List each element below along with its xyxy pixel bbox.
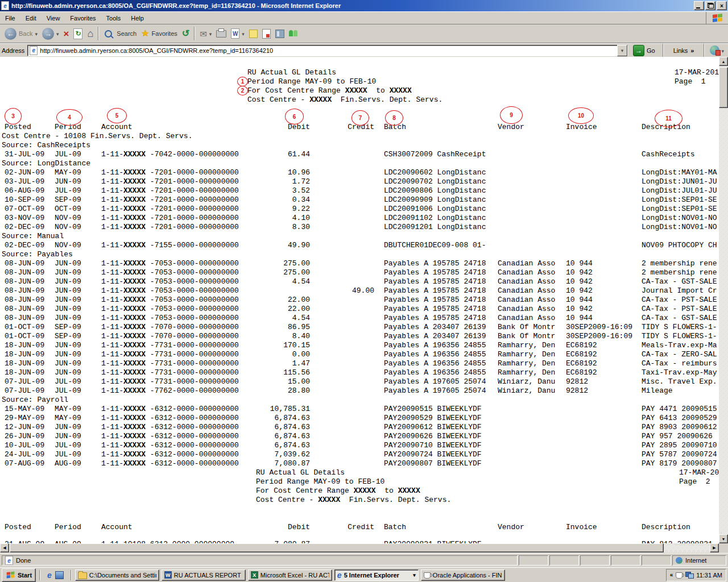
status-pane-empty <box>642 555 671 566</box>
tray-chevron-icon[interactable] <box>670 572 673 578</box>
refresh-icon <box>73 28 82 39</box>
taskbar-task-excel[interactable]: Microsoft Excel - RU ACT... <box>248 569 332 581</box>
menu-view[interactable]: View <box>42 13 65 23</box>
report-row: 08-JUN-09JUN-091-11-XXXXX -7053-0000-000… <box>0 296 719 305</box>
ie-icon <box>337 571 342 580</box>
scroll-down-button[interactable] <box>719 534 728 543</box>
quick-launch-ie-icon[interactable]: e <box>47 571 52 580</box>
messenger-button[interactable] <box>287 26 300 41</box>
java-tray-icon[interactable] <box>676 572 682 579</box>
links-button[interactable]: Links » <box>669 47 699 54</box>
address-label: Address <box>2 47 24 54</box>
report-text-line: Cost Centre - 10108 Fin.Servs. Dept. Ser… <box>0 132 719 141</box>
java-icon <box>424 572 431 579</box>
addon-icon-2 <box>275 30 284 38</box>
address-input[interactable]: e http://finuweb.admin.ryerson.ca:8005/O… <box>27 45 628 56</box>
address-url[interactable]: http://finuweb.admin.ryerson.ca:8005/OA_… <box>40 47 617 54</box>
report-row: 07-AUG-09AUG-091-11-XXXXX -6312-0000-000… <box>0 459 719 468</box>
report-row: 18-JUN-09JUN-091-11-XXXXX -7731-0000-000… <box>0 359 719 368</box>
addressbar-addon-button[interactable] <box>710 45 726 55</box>
address-dropdown-button[interactable] <box>617 45 627 56</box>
report-row: 03-NOV-09NOV-091-11-XXXXX -7201-0000-000… <box>0 214 719 223</box>
taskbar-task-folder[interactable]: C:\Documents and Settin... <box>75 569 159 581</box>
annotation-circle-4: 4 <box>56 109 82 126</box>
edit-button[interactable]: W <box>229 26 247 41</box>
report-row: 07-JUL-09JUL-091-11-XXXXX -7731-0000-000… <box>0 377 719 386</box>
task-label: Oracle Applications - FIN... <box>433 572 502 579</box>
vertical-scrollbar[interactable] <box>719 57 728 543</box>
print-button[interactable] <box>214 26 229 41</box>
addon-button-1[interactable] <box>260 26 273 41</box>
favorites-button[interactable]: Favorites <box>139 26 180 41</box>
go-button[interactable]: Go <box>631 44 657 57</box>
zone-label: Internet <box>685 557 706 564</box>
taskbar-task-java[interactable]: Oracle Applications - FIN... <box>421 569 505 581</box>
address-bar: Address e http://finuweb.admin.ryerson.c… <box>0 43 728 57</box>
status-pane-empty <box>611 555 640 566</box>
annotation-circle-9: 9 <box>500 106 523 124</box>
stop-button[interactable] <box>61 26 72 41</box>
menu-tools[interactable]: Tools <box>101 13 126 23</box>
forward-button[interactable] <box>40 26 61 41</box>
refresh-button[interactable] <box>71 26 85 41</box>
addon-button-2[interactable] <box>273 26 287 41</box>
toolbar-separator <box>194 27 195 40</box>
menu-file[interactable]: File <box>0 13 20 23</box>
report-header-line: RU Actual GL Details17-MAR-201 <box>0 68 719 77</box>
addressbar-addon-dropdown-icon[interactable] <box>721 47 724 54</box>
history-button[interactable] <box>180 26 192 41</box>
report-row: 12-JUN-09JUN-091-11-XXXXX -6312-0000-000… <box>0 423 719 432</box>
taskbar-task-ie[interactable]: 5 Internet Explorer <box>334 569 419 581</box>
vertical-scrollbar-thumb[interactable] <box>719 67 728 108</box>
scroll-left-button[interactable] <box>0 543 9 552</box>
report-row: 29-MAY-09MAY-091-11-XXXXX -6312-0000-000… <box>0 414 719 423</box>
system-tray: 11:31 AM <box>666 569 726 581</box>
start-button[interactable]: Start <box>2 568 36 582</box>
annotation-circle-10: 10 <box>568 107 594 124</box>
task-group-dropdown-icon[interactable] <box>413 572 416 578</box>
taskbar-task-word[interactable]: RU ACTUALS REPORT D... <box>162 569 246 581</box>
report-column-headers: PostedPeriodAccountDebitCreditBatchVendo… <box>0 523 719 532</box>
search-button[interactable]: Search <box>101 26 139 41</box>
ie-page-icon: e <box>30 46 38 55</box>
report-row: 02-DEC-09NOV-091-11-XXXXX -7155-0000-000… <box>0 241 719 250</box>
horizontal-scrollbar-thumb[interactable] <box>10 543 664 552</box>
report-header-line: Period Range MAY-09 to FEB-10Page 2 <box>0 477 719 487</box>
quick-launch-icon-2[interactable] <box>55 571 64 579</box>
report-row: 10-JUL-09JUL-091-11-XXXXX -6312-0000-000… <box>0 441 719 450</box>
scroll-right-button[interactable] <box>710 543 719 552</box>
scroll-up-button[interactable] <box>719 57 728 66</box>
report-text-line: Source: Manual <box>0 232 719 241</box>
report-row: 06-AUG-09JUL-091-11-XXXXX -7201-0000-000… <box>0 186 719 196</box>
toolbar-separator <box>98 27 99 40</box>
ie-page-icon: e <box>5 556 13 565</box>
menu-favorites[interactable]: Favorites <box>65 13 101 23</box>
mail-dropdown-icon[interactable] <box>209 30 212 37</box>
menu-edit[interactable]: Edit <box>20 13 42 23</box>
forward-dropdown-icon[interactable] <box>56 30 59 37</box>
report-row: 08-JUN-09JUN-091-11-XXXXX -7053-0000-000… <box>0 268 719 277</box>
minimize-button[interactable] <box>694 1 704 10</box>
home-button[interactable] <box>85 26 96 41</box>
favorites-label: Favorites <box>152 30 177 37</box>
annotation-circle-5: 5 <box>107 108 127 123</box>
mail-button[interactable] <box>197 26 214 41</box>
window-title: http://finuweb.admin.ryerson.ca:8005/OA_… <box>11 2 693 9</box>
report-row: 24-JUL-09JUL-091-11-XXXXX -6312-0000-000… <box>0 450 719 459</box>
report-row: 08-JUN-09JUN-091-11-XXXXX -7053-0000-000… <box>0 314 719 323</box>
security-zone-pane: Internet <box>672 555 726 566</box>
menu-help[interactable]: Help <box>126 13 149 23</box>
back-button[interactable]: Back <box>2 26 40 41</box>
close-button[interactable]: × <box>717 1 727 10</box>
windows-flag-icon <box>7 572 15 579</box>
report-row: 01-OCT-09SEP-091-11-XXXXX -7070-0000-000… <box>0 323 719 332</box>
restore-button[interactable] <box>705 1 715 10</box>
report-row: 18-JUN-09JUN-091-11-XXXXX -7731-0000-000… <box>0 368 719 377</box>
network-tray-icon[interactable] <box>685 572 693 578</box>
horizontal-scrollbar[interactable] <box>0 543 719 552</box>
status-pane-empty <box>519 555 548 566</box>
discuss-button[interactable] <box>247 26 260 41</box>
word-icon <box>164 571 172 579</box>
edit-dropdown-icon[interactable] <box>242 30 245 37</box>
back-dropdown-icon[interactable] <box>35 30 38 37</box>
